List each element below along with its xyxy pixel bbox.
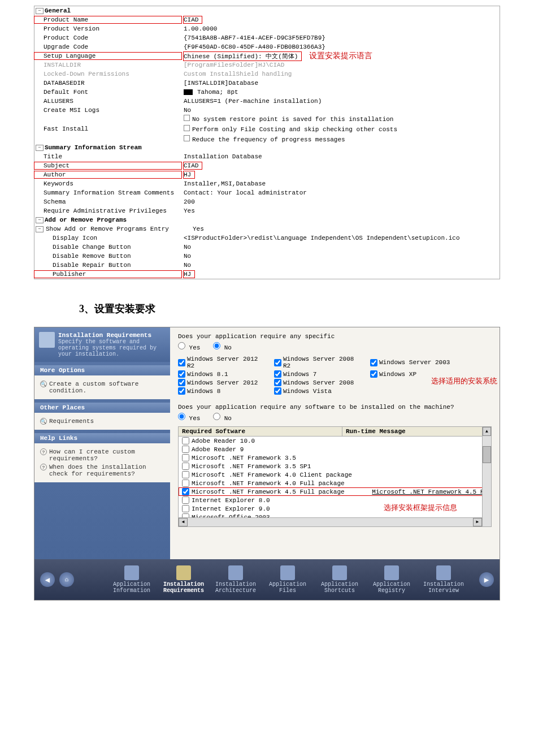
software-row[interactable]: Microsoft .NET Framework 3.5 — [179, 453, 491, 462]
os-checkbox[interactable]: Windows Server 2012 — [178, 379, 268, 386]
radio-yes[interactable]: Yes — [178, 344, 200, 351]
prop-value[interactable]: No system restore point is saved for thi… — [181, 115, 500, 143]
software-checkbox[interactable] — [182, 454, 189, 461]
horizontal-scrollbar[interactable]: ◀ ▶ — [179, 517, 482, 526]
prop-value[interactable]: Custom InstallShield handling — [181, 71, 500, 77]
software-checkbox[interactable] — [182, 496, 189, 504]
requirements-link[interactable]: 🔍 Requirements — [40, 418, 164, 425]
annotation-software: 选择安装框架提示信息 — [384, 503, 457, 513]
os-checkbox[interactable]: Windows 7 — [274, 370, 364, 378]
scroll-left-icon[interactable]: ◀ — [179, 518, 188, 526]
collapse-icon[interactable]: − — [36, 226, 44, 232]
scroll-thumb[interactable] — [483, 446, 491, 463]
checkbox-icon[interactable] — [184, 115, 190, 121]
prop-value[interactable]: {7541BA8B-ABF7-41E4-ACEF-D9C3F5EFD7B9} — [181, 34, 500, 41]
prop-value[interactable]: Yes — [190, 226, 500, 232]
os-checkbox[interactable]: Windows Server 2003 — [370, 356, 461, 369]
prop-label: Author — [34, 171, 181, 178]
prop-row: KeywordsInstaller,MSI,Database — [34, 179, 500, 188]
os-checkbox[interactable]: Windows Server 2008 — [274, 379, 364, 386]
vertical-scrollbar[interactable]: ▲ — [482, 427, 491, 526]
prop-value[interactable]: No — [181, 262, 500, 269]
prop-value[interactable]: HJ — [181, 271, 500, 278]
nav-step[interactable]: InstallationArchitecture — [211, 565, 261, 594]
section-general[interactable]: − General — [34, 6, 500, 15]
prop-label: Subject — [34, 162, 181, 169]
prop-value[interactable]: <ISProductFolder>\redist\Language Indepe… — [181, 235, 500, 241]
os-checkbox[interactable]: Windows 8.1 — [178, 370, 268, 378]
col-runtime-message[interactable]: Run-time Message — [342, 427, 491, 436]
os-checkbox[interactable]: Windows 8 — [178, 387, 268, 395]
prop-label: Show Add or Remove Programs Entry — [45, 226, 190, 232]
radio-no[interactable]: No — [213, 415, 232, 422]
help-link-2[interactable]: ? When does the installation check for r… — [40, 464, 164, 477]
section-addremove[interactable]: − Add or Remove Programs — [34, 215, 500, 224]
software-list: Required Software Run-time Message Adobe… — [178, 426, 492, 527]
prop-row: PublisherHJ — [34, 270, 500, 279]
collapse-icon[interactable]: − — [36, 145, 44, 151]
software-row[interactable]: Microsoft .NET Framework 4.0 Client pack… — [179, 470, 491, 479]
software-checkbox[interactable] — [182, 446, 189, 453]
prop-value[interactable]: {F9F450AD-6C80-45DF-A480-FDB0B01366A3} — [181, 44, 500, 50]
nav-step[interactable]: InstallationInterview — [419, 565, 468, 594]
prop-value[interactable]: CIAD — [181, 162, 500, 169]
prop-value[interactable]: No — [181, 107, 500, 114]
nav-step[interactable]: ApplicationShortcuts — [315, 565, 364, 594]
col-required-software[interactable]: Required Software — [179, 427, 342, 436]
prop-value[interactable]: HJ — [181, 171, 500, 178]
prop-value[interactable]: CIAD — [181, 16, 500, 23]
os-checkbox[interactable]: Windows Server 2012 R2 — [178, 356, 268, 369]
software-checkbox[interactable] — [182, 505, 189, 512]
section-summary[interactable]: − Summary Information Stream — [34, 143, 500, 152]
os-checkbox[interactable]: Windows Vista — [274, 387, 364, 395]
subsection-show-addremove[interactable]: − Show Add or Remove Programs Entry Yes — [34, 224, 500, 234]
nav-next-button[interactable]: ▶ — [479, 572, 494, 587]
os-checkbox[interactable]: Windows Server 2008 R2 — [274, 356, 364, 369]
nav-step[interactable]: ApplicationInformation — [107, 565, 157, 594]
radio-no[interactable]: No — [213, 344, 232, 351]
scroll-right-icon[interactable]: ▶ — [473, 518, 482, 526]
prop-row: Disable Repair ButtonNo — [34, 261, 500, 270]
software-checkbox[interactable] — [182, 463, 189, 470]
prop-value[interactable]: Yes — [181, 208, 500, 214]
runtime-message[interactable]: Microsoft .NET Framework 4.5 Fu — [372, 489, 488, 495]
software-checkbox[interactable] — [182, 488, 189, 495]
prop-value[interactable]: 200 — [181, 198, 500, 205]
collapse-icon[interactable]: − — [36, 217, 44, 223]
doc-heading: 3、设置安装要求 — [79, 302, 534, 316]
custom-condition-link[interactable]: 🔍 Create a custom software condition. — [40, 381, 164, 394]
nav-back-button[interactable]: ◀ — [40, 572, 55, 587]
prop-value[interactable]: [ProgramFilesFolder]HJ\CIAD — [181, 62, 500, 68]
software-row[interactable]: Adobe Reader 9 — [179, 445, 491, 453]
checkbox-icon[interactable] — [184, 135, 190, 141]
prop-value[interactable]: No — [181, 253, 500, 260]
help-links-title: Help Links — [34, 433, 170, 443]
prop-value[interactable]: 1.00.0000 — [181, 25, 500, 32]
help-link-1[interactable]: ? How can I create custom requirements? — [40, 448, 164, 462]
software-row[interactable]: Adobe Reader 10.0 — [179, 437, 491, 445]
prop-value[interactable]: ALLUSERS=1 (Per-machine installation) — [181, 98, 500, 105]
prop-value[interactable]: Tahoma; 8pt — [181, 89, 500, 96]
nav-home-button[interactable]: ⌂ — [59, 572, 74, 587]
nav-step[interactable]: InstallationRequirements — [159, 565, 209, 594]
checkbox-icon[interactable] — [184, 125, 190, 131]
prop-row: Product Code{7541BA8B-ABF7-41E4-ACEF-D9C… — [34, 33, 500, 42]
prop-value[interactable]: Installation Database — [181, 153, 500, 160]
software-checkbox[interactable] — [182, 471, 189, 478]
software-checkbox[interactable] — [182, 479, 189, 487]
software-row[interactable]: Microsoft .NET Framework 3.5 SP1 — [179, 462, 491, 470]
prop-value[interactable]: No — [181, 244, 500, 250]
software-row[interactable]: Microsoft .NET Framework 4.0 Full packag… — [179, 479, 491, 487]
collapse-icon[interactable]: − — [36, 8, 44, 14]
software-row[interactable]: Microsoft .NET Framework 4.5 Full packag… — [179, 487, 491, 496]
software-list-header: Required Software Run-time Message — [179, 427, 491, 437]
prop-value[interactable]: [INSTALLDIR]Database — [181, 80, 500, 87]
prop-value[interactable]: Chinese (Simplified): 中文(简体)设置安装提示语言 — [181, 51, 500, 61]
prop-value[interactable]: Contact: Your local administrator — [181, 189, 500, 196]
nav-step[interactable]: ApplicationFiles — [263, 565, 312, 594]
nav-step[interactable]: ApplicationRegistry — [367, 565, 416, 594]
scroll-up-icon[interactable]: ▲ — [483, 427, 491, 436]
software-checkbox[interactable] — [182, 437, 189, 444]
radio-yes[interactable]: Yes — [178, 415, 200, 422]
prop-value[interactable]: Installer,MSI,Database — [181, 180, 500, 187]
